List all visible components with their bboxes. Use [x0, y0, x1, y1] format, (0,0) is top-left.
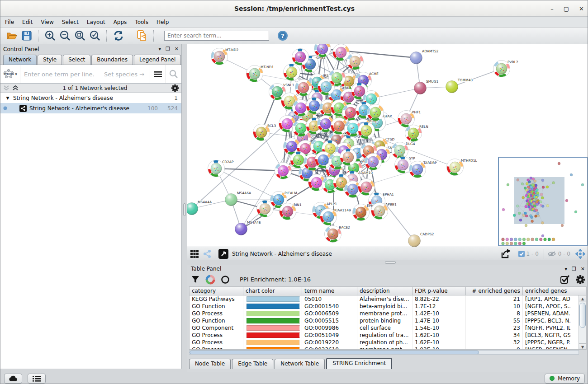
splitter-handle[interactable] — [183, 203, 186, 216]
network-node[interactable] — [347, 53, 364, 70]
tab-string-enrichment[interactable]: STRING Enrichment — [326, 358, 392, 369]
menu-edit[interactable]: Edit — [22, 19, 33, 25]
scrollbar-thumb[interactable] — [190, 351, 479, 354]
table-horizontal-scrollbar[interactable] — [189, 350, 579, 355]
node-reln[interactable]: RELN — [405, 125, 428, 142]
enrichment-chart-icon[interactable] — [205, 275, 215, 285]
column-header-enriched-genes[interactable]: enriched genes — [523, 287, 570, 295]
table-row[interactable]: KEGG Pathways05010Alzheimer's dise...8.8… — [190, 295, 586, 303]
node-bcl3[interactable]: BCL3 — [253, 124, 276, 141]
tree-expander-icon[interactable]: ▼ — [4, 96, 11, 100]
column-header--enriched-genes[interactable]: # enriched genes — [466, 287, 523, 295]
filter-icon[interactable] — [191, 275, 200, 284]
share-view-icon[interactable] — [203, 249, 212, 258]
network-node[interactable] — [358, 122, 375, 139]
node-ms4a4a[interactable]: MS4A4A — [187, 200, 212, 215]
table-row[interactable]: GO ProcessGO:0019220regulation of ph...1… — [190, 339, 586, 346]
term-input[interactable]: Enter one term per line. — [20, 71, 104, 78]
node-bace2[interactable]: BACE2 — [325, 225, 351, 243]
column-header-term-name[interactable]: term name — [302, 287, 357, 295]
column-header-fdr-p-value[interactable]: FDR p-value — [413, 287, 466, 295]
set-species-label[interactable]: Set species → — [104, 71, 150, 78]
search-options-button[interactable] — [150, 65, 166, 83]
float-panel-icon[interactable]: ❒ — [572, 266, 576, 272]
menu-select[interactable]: Select — [62, 19, 79, 25]
task-list-button[interactable] — [28, 374, 46, 384]
node-mthfd1l[interactable]: MTHFD1L — [447, 159, 478, 176]
zoom-in-button[interactable] — [44, 30, 56, 42]
grid-view-icon[interactable] — [190, 249, 199, 258]
horizontal-splitter[interactable] — [187, 260, 588, 265]
zoom-out-button[interactable] — [59, 30, 71, 42]
export-network-icon[interactable] — [501, 249, 512, 259]
tab-legend-panel[interactable]: Legend Panel — [134, 55, 181, 65]
network-node[interactable] — [367, 104, 384, 121]
string-source-selector[interactable]: STRING ▾ — [0, 65, 20, 83]
maximize-button[interactable]: ▢ — [564, 5, 569, 12]
gear-icon[interactable] — [171, 84, 179, 92]
node-apbb1[interactable]: APBB1 — [371, 202, 397, 220]
float-panel-icon[interactable]: ❒ — [166, 46, 170, 52]
copy-network-button[interactable] — [136, 30, 148, 42]
network-node[interactable] — [292, 49, 309, 66]
title-bar[interactable]: Session: /tmp/enrichmentTest.cys – ▢ ✕ — [0, 0, 588, 17]
scroll-down-arrow[interactable]: ▼ — [579, 343, 586, 350]
hidden-eye-icon[interactable] — [547, 251, 556, 257]
column-header-chart-color[interactable]: chart color — [243, 287, 302, 295]
tab-node-table[interactable]: Node Table — [189, 359, 231, 369]
table-row[interactable]: GO ProcessGO:0006509membrane prot...1.42… — [190, 310, 586, 317]
open-session-button[interactable] — [5, 30, 18, 42]
save-session-button[interactable] — [20, 30, 33, 42]
network-canvas[interactable]: MT-ND2MT-ND1VSNL1GAB2IRS1CHATACHEIL1BTNF… — [187, 44, 588, 247]
node-cadps2[interactable]: CADPS2 — [408, 232, 434, 247]
node-tomm40[interactable]: TOMM40 — [446, 78, 473, 93]
gear-icon[interactable] — [576, 275, 585, 284]
splitter-handle[interactable] — [385, 261, 396, 264]
network-node[interactable] — [358, 179, 375, 196]
node-adamts2[interactable]: ADAMTS2 — [410, 49, 439, 64]
node-bin1[interactable]: BIN1 — [280, 203, 302, 220]
search-input[interactable] — [164, 31, 269, 41]
detach-view-icon[interactable] — [218, 249, 228, 259]
menu-apps[interactable]: Apps — [114, 19, 127, 25]
table-row[interactable]: GO FunctionGO:0005515protein binding1.47… — [190, 317, 586, 324]
tab-select[interactable]: Select — [63, 55, 90, 65]
table-row[interactable]: GO ProcessGO:0033619membrane prot...1.93… — [190, 346, 586, 350]
menu-tools[interactable]: Tools — [135, 19, 148, 25]
network-node[interactable] — [340, 149, 357, 166]
vertical-splitter[interactable] — [182, 44, 187, 369]
collapse-all-icon[interactable] — [3, 85, 9, 91]
pan-navigate-icon[interactable] — [575, 248, 586, 259]
zoom-selected-button[interactable] — [89, 30, 101, 42]
network-row-selected[interactable]: String Network - Alzheimer's disease 100… — [0, 103, 181, 113]
menu-view[interactable]: View — [41, 19, 53, 25]
table-row[interactable]: GO ProcessGO:0051049regulation of tra...… — [190, 332, 586, 339]
string-search-button[interactable] — [166, 65, 181, 83]
node-mt-nd2[interactable]: MT-ND2 — [211, 48, 239, 65]
column-header-category[interactable]: category — [190, 287, 243, 295]
expand-all-icon[interactable] — [12, 85, 19, 91]
network-collection-row[interactable]: ▼ String Network - Alzheimer's disease 1 — [0, 93, 181, 103]
birds-eye-view[interactable] — [498, 157, 588, 246]
close-panel-icon[interactable]: ✕ — [175, 46, 179, 52]
node-smug1[interactable]: SMUG1 — [414, 80, 439, 94]
select-all-checkbox-icon[interactable] — [560, 275, 570, 285]
help-button[interactable]: ? — [276, 30, 289, 42]
memory-button[interactable]: Memory — [545, 374, 585, 384]
tab-boundaries[interactable]: Boundaries — [91, 55, 133, 65]
node-kiaa1149[interactable]: KIAA1149 — [320, 208, 351, 225]
selected-checkbox-icon[interactable] — [518, 251, 525, 257]
network-node[interactable] — [365, 154, 382, 170]
scroll-up-arrow[interactable]: ▲ — [579, 295, 586, 302]
tab-edge-table[interactable]: Edge Table — [232, 359, 273, 369]
column-header-description[interactable]: description — [357, 287, 413, 295]
close-panel-icon[interactable]: ✕ — [581, 266, 585, 272]
zoom-fit-button[interactable] — [74, 30, 86, 42]
tab-network[interactable]: Network — [3, 55, 37, 65]
table-header-row[interactable]: categorychart colorterm namedescriptionF… — [190, 287, 586, 295]
close-button[interactable]: ✕ — [579, 5, 584, 12]
network-node[interactable] — [329, 70, 346, 86]
panel-menu-icon[interactable]: ▾ — [564, 266, 567, 272]
panel-menu-icon[interactable]: ▾ — [158, 46, 161, 52]
scrollbar-thumb[interactable] — [579, 303, 586, 328]
